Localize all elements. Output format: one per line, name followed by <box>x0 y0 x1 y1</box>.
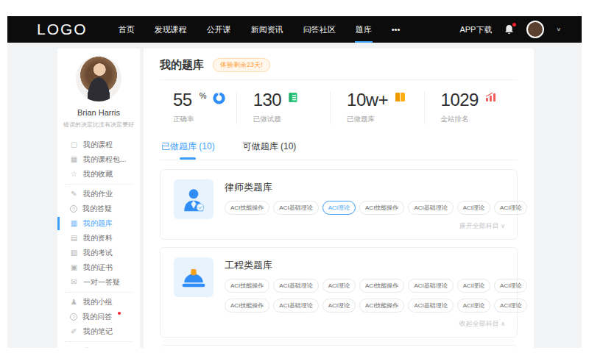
subject-tag[interactable]: ACI理论 <box>457 299 490 313</box>
subject-tag[interactable]: ACI理论 <box>494 279 527 293</box>
nav-item-5[interactable]: 题库 <box>356 16 372 43</box>
toggle-subjects-link[interactable]: 收起全部科目 ∧ <box>225 318 505 331</box>
subject-tag[interactable]: ACI理论 <box>457 201 490 215</box>
certificate-icon: ▣ <box>70 264 78 271</box>
notes-icon: ✐ <box>70 328 78 335</box>
files-icon: ▤ <box>70 235 78 242</box>
subject-tag[interactable]: ACI技能操作 <box>225 299 269 313</box>
sidebar-item-label: 我的收藏 <box>83 169 113 179</box>
sidebar-item-8[interactable]: ▣我的证书 <box>57 260 140 275</box>
subject-tag[interactable]: ACI技能操作 <box>359 299 404 313</box>
subject-tag[interactable]: ACI基础理论 <box>408 299 453 313</box>
menu-divider <box>65 184 133 185</box>
sidebar-item-label: 我的资料 <box>83 233 113 243</box>
subject-tag[interactable]: ACI理论 <box>457 279 490 293</box>
subject-tag[interactable]: ACI技能操作 <box>359 279 404 293</box>
app-download-link[interactable]: APP下载 <box>459 24 492 35</box>
stat-2: 10w+已做题库 <box>331 91 424 124</box>
engineer-avatar-icon <box>174 257 214 297</box>
nav-item-3[interactable]: 新闻资讯 <box>251 16 283 43</box>
chevron-down-icon[interactable]: ∨ <box>556 26 561 32</box>
content-area: Brian Harris 错误的决定比没有决定要好 ▢我的课程▦我的课程包...… <box>7 43 582 348</box>
subject-tag[interactable]: ACI理论 <box>494 201 527 215</box>
sidebar-item-label: 我的考试 <box>83 248 113 258</box>
question-bank-icon: ▥ <box>70 220 78 227</box>
nav-right: APP下载 ∨ <box>459 21 561 38</box>
sidebar-item-7[interactable]: ▧我的考试 <box>57 246 140 260</box>
notebook-icon <box>288 92 298 106</box>
sidebar-item-11[interactable]: ?我的问答 <box>57 310 140 324</box>
course-package-icon: ▦ <box>70 156 78 163</box>
bank-title: 工程类题库 <box>225 259 505 272</box>
tag-row: ACI技能操作ACI基础理论ACI理论ACI技能操作ACI基础理论ACI理论AC… <box>225 201 505 215</box>
sidebar-item-9[interactable]: ✉一对一答疑 <box>57 275 140 290</box>
stat-label: 全站排名 <box>441 115 518 124</box>
book-icon <box>395 92 406 105</box>
notification-bell-icon[interactable] <box>504 24 515 35</box>
profile-photo[interactable] <box>76 56 121 101</box>
stat-top: 10w+ <box>347 91 423 109</box>
user-avatar[interactable] <box>526 21 544 38</box>
sidebar-item-13[interactable]: ◎我的积分 <box>57 344 140 348</box>
bank-title: 律师类题库 <box>225 181 505 194</box>
sidebar-item-4[interactable]: ?我的答疑 <box>57 201 140 216</box>
chevron-down-icon: ∨ <box>501 223 505 229</box>
nav-item-4[interactable]: 问答社区 <box>303 16 336 43</box>
nav-item-2[interactable]: 公开课 <box>207 16 231 43</box>
stats-row: 55%正确率130已做试题10w+已做题库1029全站排名 <box>160 80 518 134</box>
stat-0: 55%正确率 <box>160 91 237 124</box>
trial-badge: 体验剩余23天! <box>213 58 270 72</box>
sidebar-item-3[interactable]: ✎我的作业 <box>57 187 140 201</box>
subject-tag[interactable]: ACI基础理论 <box>408 279 453 293</box>
sidebar-item-2[interactable]: ☆我的收藏 <box>57 167 140 182</box>
page: LOGO 首页发现课程公开课新闻资讯问答社区题库••• APP下载 ∨ Bria… <box>7 16 582 348</box>
exam-icon: ▧ <box>70 249 78 257</box>
sidebar-item-12[interactable]: ✐我的笔记 <box>57 324 140 339</box>
bank-card-2: 律师类题库ACI技能操作ACI基础理论ACI理论ACI技能操作ACI基础理论AC… <box>160 345 518 348</box>
tab-1[interactable]: 可做题库 (10) <box>241 135 298 160</box>
nav-more-button[interactable]: ••• <box>392 16 401 43</box>
toggle-subjects-link[interactable]: 展开全部科目 ∨ <box>225 221 505 233</box>
subject-tag[interactable]: ACI技能操作 <box>359 201 404 215</box>
stat-1: 130已做试题 <box>237 91 331 124</box>
subject-tag[interactable]: ACI理论 <box>322 299 356 313</box>
subject-tag[interactable]: ACI理论 <box>322 201 356 215</box>
stat-suffix: % <box>200 91 207 100</box>
sidebar-item-5[interactable]: ▥我的题库 <box>57 216 140 231</box>
one-on-one-icon: ✉ <box>70 279 78 286</box>
subject-tag[interactable]: ACI基础理论 <box>273 201 318 215</box>
question-circle-icon: ? <box>70 205 77 213</box>
logo[interactable]: LOGO <box>37 21 88 38</box>
course-icon: ▢ <box>70 141 78 149</box>
top-navbar: LOGO 首页发现课程公开课新闻资讯问答社区题库••• APP下载 ∨ <box>7 16 582 43</box>
stat-top: 55% <box>173 91 236 109</box>
sidebar-item-0[interactable]: ▢我的课程 <box>57 138 140 152</box>
sidebar-item-10[interactable]: ♟我的小组 <box>57 295 140 310</box>
tab-0[interactable]: 已做题库 (10) <box>160 135 216 160</box>
subject-tag[interactable]: ACI基础理论 <box>273 279 318 293</box>
subject-tag[interactable]: ACI基础理论 <box>408 201 453 215</box>
sidebar-item-label: 我的答疑 <box>82 204 112 214</box>
chevron-up-icon: ∧ <box>501 321 505 327</box>
sidebar-item-label: 我的作业 <box>83 189 113 199</box>
group-icon: ♟ <box>70 299 78 306</box>
stat-3: 1029全站排名 <box>425 91 518 124</box>
subject-tag[interactable]: ACI基础理论 <box>273 299 318 313</box>
sidebar-item-1[interactable]: ▦我的课程包... <box>57 152 140 167</box>
bank-card-0: 律师类题库ACI技能操作ACI基础理论ACI理论ACI技能操作ACI基础理论AC… <box>160 169 518 240</box>
bank-body: 工程类题库ACI技能操作ACI基础理论ACI理论ACI技能操作ACI基础理论AC… <box>225 257 505 331</box>
subject-tag[interactable]: ACI技能操作 <box>225 279 269 293</box>
nav-item-1[interactable]: 发现课程 <box>155 16 187 43</box>
subject-tag[interactable]: ACI理论 <box>494 299 527 313</box>
stat-value: 10w+ <box>347 91 388 109</box>
star-icon: ☆ <box>70 171 78 178</box>
profile: Brian Harris 错误的决定比没有决定要好 <box>57 49 140 129</box>
profile-tagline: 错误的决定比没有决定要好 <box>57 121 140 129</box>
page-title: 我的题库 <box>160 58 204 72</box>
stat-top: 130 <box>253 91 330 109</box>
nav-item-0[interactable]: 首页 <box>119 16 135 43</box>
subject-tag[interactable]: ACI理论 <box>322 279 356 293</box>
sidebar-item-6[interactable]: ▤我的资料 <box>57 231 140 246</box>
progress-circle-icon <box>213 92 225 107</box>
subject-tag[interactable]: ACI技能操作 <box>225 201 269 215</box>
